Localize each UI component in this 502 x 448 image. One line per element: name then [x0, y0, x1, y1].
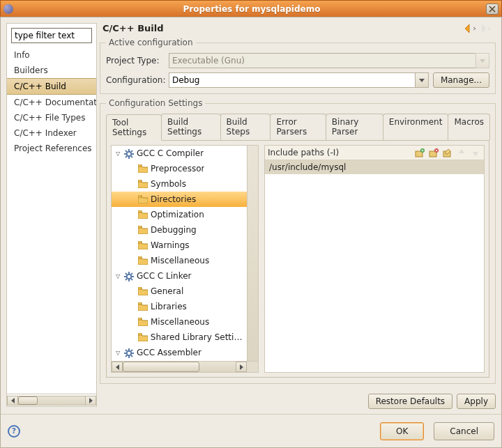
- page-panel: C/C++ Build Active configuration Project…: [100, 23, 496, 407]
- tree-item-label: Preprocessor: [151, 164, 204, 173]
- category-hscrollbar[interactable]: [7, 394, 96, 406]
- apply-button[interactable]: Apply: [457, 394, 496, 409]
- edit-include-icon[interactable]: [442, 147, 453, 158]
- category-item[interactable]: Info: [7, 47, 96, 63]
- scroll-right-button[interactable]: [85, 396, 96, 405]
- svg-rect-27: [138, 318, 142, 320]
- tree-item[interactable]: ▽GCC Assembler: [112, 345, 247, 360]
- tree-item[interactable]: Libraries: [112, 299, 247, 314]
- window-title: Properties for mysqlapidemo: [17, 4, 486, 14]
- folder-icon: [138, 195, 148, 203]
- window-close-button[interactable]: [486, 3, 499, 15]
- tree-item[interactable]: Preprocessor: [112, 161, 247, 176]
- tree-scroll-corner: [247, 362, 258, 372]
- folder-icon: [138, 287, 148, 295]
- category-item[interactable]: C/C++ File Types: [7, 110, 96, 125]
- nav-back-icon[interactable]: [465, 24, 478, 33]
- category-item[interactable]: Builders: [7, 63, 96, 78]
- tree-item-label: GCC Assembler: [137, 348, 201, 357]
- tab-binary-parser[interactable]: Binary Parser: [326, 114, 383, 140]
- svg-rect-13: [138, 226, 142, 228]
- category-item[interactable]: C/C++ Indexer: [7, 125, 96, 141]
- tree-item[interactable]: Debugging: [112, 222, 247, 238]
- tree-item[interactable]: Miscellaneous: [112, 253, 247, 268]
- tab-build-settings[interactable]: Build Settings: [161, 114, 221, 140]
- tree-item[interactable]: Miscellaneous: [112, 314, 247, 330]
- folder-icon: [138, 241, 148, 249]
- tree-item-label: GCC C Linker: [137, 271, 192, 281]
- tab-build-steps[interactable]: Build Steps: [220, 114, 271, 140]
- scroll-track[interactable]: [18, 396, 85, 405]
- svg-line-23: [131, 273, 132, 275]
- tree-item[interactable]: General: [112, 284, 247, 299]
- svg-rect-12: [138, 210, 142, 213]
- tree-scroll-left-button[interactable]: [112, 362, 123, 372]
- tree-item[interactable]: Optimization: [112, 207, 247, 222]
- folder-icon: [138, 164, 148, 173]
- svg-point-16: [127, 275, 132, 279]
- folder-icon: [138, 210, 148, 219]
- svg-line-24: [126, 279, 127, 280]
- tree-item-label: Optimization: [151, 210, 204, 219]
- category-item[interactable]: C/C++ Build: [7, 78, 96, 95]
- svg-rect-25: [138, 287, 142, 289]
- add-include-icon[interactable]: [414, 147, 425, 158]
- tree-item-label: Symbols: [151, 179, 186, 189]
- tree-item[interactable]: ▽GCC C Compiler: [112, 146, 247, 161]
- restore-defaults-button[interactable]: Restore Defaults: [368, 394, 452, 409]
- configuration-settings-group: Configuration Settings Tool SettingsBuil…: [100, 98, 496, 384]
- tree-scroll-right-button[interactable]: [236, 362, 247, 372]
- scroll-thumb[interactable]: [18, 396, 38, 405]
- manage-configurations-button[interactable]: Manage...: [433, 72, 489, 88]
- configuration-select[interactable]: Debug: [169, 72, 429, 88]
- scroll-left-button[interactable]: [7, 396, 18, 405]
- tree-item[interactable]: Shared Library Settings: [112, 330, 247, 345]
- svg-rect-26: [138, 302, 142, 304]
- tree-item[interactable]: Warnings: [112, 238, 247, 253]
- category-panel: InfoBuildersC/C++ BuildC/C++ Documentati…: [6, 23, 97, 407]
- tree-item-label: Warnings: [151, 240, 190, 250]
- delete-include-icon[interactable]: [428, 147, 439, 158]
- tab-macros[interactable]: Macros: [448, 114, 490, 140]
- tree-hscroll-track[interactable]: [123, 362, 236, 372]
- svg-line-5: [126, 150, 127, 152]
- tree-item[interactable]: Symbols: [112, 176, 247, 192]
- tree-item[interactable]: ▽GCC C Linker: [112, 268, 247, 284]
- include-paths-header: Include paths (-I): [268, 148, 411, 157]
- include-path-item[interactable]: /usr/include/mysql: [265, 160, 484, 174]
- tree-hscroll-thumb[interactable]: [123, 362, 199, 372]
- folder-icon: [138, 333, 148, 341]
- tab-tool-settings[interactable]: Tool Settings: [106, 114, 162, 141]
- tree-item[interactable]: Directories: [112, 192, 247, 207]
- cancel-button[interactable]: Cancel: [434, 422, 494, 440]
- category-list[interactable]: InfoBuildersC/C++ BuildC/C++ Documentati…: [7, 47, 96, 394]
- svg-line-6: [131, 156, 132, 157]
- chevron-down-icon[interactable]: [415, 72, 429, 88]
- expander-icon[interactable]: ▽: [114, 273, 121, 279]
- expander-icon[interactable]: ▽: [114, 350, 121, 356]
- help-icon[interactable]: ?: [8, 425, 20, 438]
- tab-error-parsers[interactable]: Error Parsers: [270, 114, 326, 140]
- svg-line-35: [131, 355, 132, 357]
- include-paths-list[interactable]: /usr/include/mysql: [265, 160, 484, 372]
- configuration-label: Configuration:: [106, 75, 169, 85]
- window-titlebar[interactable]: Properties for mysqlapidemo: [0, 0, 502, 17]
- svg-line-21: [126, 273, 127, 275]
- svg-line-36: [131, 350, 132, 351]
- folder-icon: [138, 256, 148, 265]
- ok-button[interactable]: OK: [380, 422, 424, 440]
- gear-icon: [124, 149, 134, 157]
- category-item[interactable]: Project References: [7, 141, 96, 156]
- tree-item-label: Directories: [151, 194, 196, 204]
- category-item[interactable]: C/C++ Documentation: [7, 95, 96, 110]
- nav-forward-icon[interactable]: [482, 24, 494, 33]
- dialog-footer: ? OK Cancel: [1, 414, 501, 447]
- filter-input[interactable]: [11, 28, 92, 43]
- include-paths-pane: Include paths (-I) /usr/include/mysql: [264, 145, 485, 373]
- tree-vscrollbar[interactable]: [247, 146, 258, 361]
- expander-icon[interactable]: ▽: [114, 150, 121, 157]
- tree-item-label: GCC C Compiler: [137, 148, 204, 158]
- tab-environment[interactable]: Environment: [383, 114, 449, 140]
- tree-item-label: Libraries: [151, 302, 187, 311]
- tool-tree[interactable]: ▽GCC C CompilerPreprocessorSymbolsDirect…: [112, 146, 247, 361]
